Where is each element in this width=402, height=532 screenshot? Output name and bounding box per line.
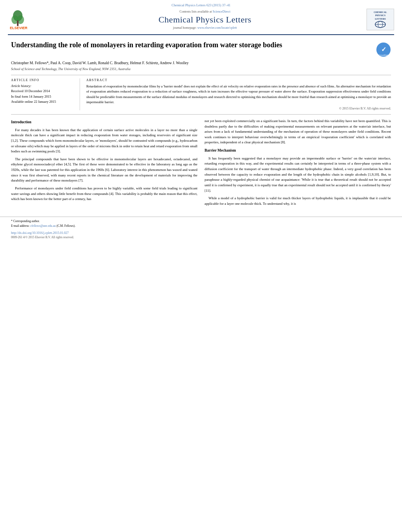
issn-line: 0009-261 4/© 2015 Elsevier B.V. All righ… [0,235,402,239]
intro-para2: The principal compounds that have been s… [11,157,197,184]
abstract-label: ABSTRACT [86,78,391,82]
abstract-text: Retardation of evaporation by monomolecu… [86,84,391,105]
received-date: Received 10 December 2014 [11,89,73,94]
article-title-section: Understanding the role of monolayers in … [11,41,391,57]
cpl-logo: CHEMICAL PHYSICS LETTERS [367,9,394,30]
copyright: © 2015 Elsevier B.V. All rights reserved… [86,107,391,110]
journal-title-center: Contents lists available at ScienceDirec… [43,10,367,30]
journal-homepage: journal homepage: www.elsevier.com/locat… [43,26,367,30]
intro-para1: For many decades it has been known that … [11,128,197,154]
svg-text:ELSEVIER: ELSEVIER [10,26,28,30]
crossmark-logo[interactable]: ✓ CrossMark [376,42,391,57]
body-right-column: not yet been exploited commercially on a… [205,119,391,209]
barrier-para1: It has frequently been suggested that a … [205,156,391,193]
body-divider [11,114,391,115]
journal-name: Chemical Physics Letters [43,15,367,25]
journal-top-row: ELSEVIER Contents lists available at Sci… [8,9,394,30]
email-note: E-mail address: cfellows@une.edu.au (C.M… [11,224,391,228]
barrier-para2: While a model of a hydrophobic barrier i… [205,196,391,206]
final-form-date: In final form 14 January 2015 [11,94,73,100]
journal-header: Chemical Physics Letters 623 (2015) 37–4… [0,0,402,32]
cpl-logo-line1: CHEMICAL [374,11,387,14]
cpl-logo-line2: PHYSICS [374,14,387,17]
body-content: Introduction For many decades it has bee… [11,119,391,209]
article-info-label: ARTICLE INFO [11,78,73,82]
doi-line: http://dx.doi.org/10.1016/j.cplett.2015.… [0,231,402,235]
corresponding-author-note: * Corresponding author. [11,219,391,223]
journal-ref-line: Chemical Physics Letters 623 (2015) 37–4… [8,3,394,7]
affiliation: School of Science and Technology, The Un… [11,67,391,71]
article-info-column: ARTICLE INFO Article history: Received 1… [11,78,80,110]
article-main: Understanding the role of monolayers in … [0,41,402,209]
intro-para3: Performance of monolayers under field co… [11,186,197,202]
cpl-logo-line3: LETTERS [374,17,387,20]
sciencedirect-link[interactable]: ScienceDirect [213,10,231,13]
svg-text:✓: ✓ [381,46,386,53]
homepage-link[interactable]: www.elsevier.com/locate/cplett [197,26,237,30]
svg-rect-4 [17,20,19,26]
available-online-date: Available online 22 January 2015 [11,99,73,105]
header-divider [8,34,394,35]
introduction-heading: Introduction [11,119,197,125]
svg-text:CrossMark: CrossMark [379,54,389,56]
contents-available: Contents lists available at ScienceDirec… [43,10,367,13]
authors: Christopher M. Fellows*, Paul A. Coop, D… [11,60,391,66]
article-info-abstract: ARTICLE INFO Article history: Received 1… [11,78,391,110]
elsevier-logo: ELSEVIER [8,9,43,30]
footnote-section: * Corresponding author. E-mail address: … [0,217,402,228]
article-title: Understanding the role of monolayers in … [11,41,376,50]
article-info-divider [11,75,391,75]
right-col-para1: not yet been exploited commercially on a… [205,119,391,145]
barrier-heading: Barrier Mechanism [205,148,391,154]
body-left-column: Introduction For many decades it has bee… [11,119,197,209]
history-label: Article history: [11,84,73,88]
page: Chemical Physics Letters 623 (2015) 37–4… [0,0,402,532]
article-history: Article history: Received 10 December 20… [11,84,73,105]
abstract-column: ABSTRACT Retardation of evaporation by m… [80,78,391,110]
email-link[interactable]: cfellows@une.edu.au [30,224,56,228]
